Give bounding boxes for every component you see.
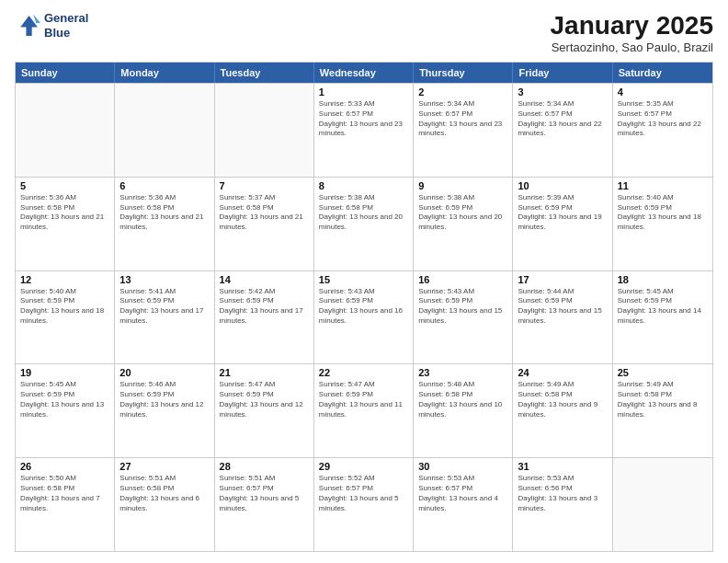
header: General Blue January 2025 Sertaozinho, S… [15,11,713,54]
calendar-cell: 8Sunrise: 5:38 AM Sunset: 6:58 PM Daylig… [314,178,414,270]
cell-info: Sunrise: 5:34 AM Sunset: 6:57 PM Dayligh… [418,99,507,139]
calendar-cell: 21Sunrise: 5:47 AM Sunset: 6:59 PM Dayli… [215,364,314,457]
calendar-cell: 13Sunrise: 5:41 AM Sunset: 6:59 PM Dayli… [115,271,214,364]
calendar-row-4: 19Sunrise: 5:45 AM Sunset: 6:59 PM Dayli… [16,363,712,457]
day-number: 5 [20,180,109,191]
calendar-cell: 2Sunrise: 5:34 AM Sunset: 6:57 PM Daylig… [414,84,513,177]
day-number: 24 [518,367,607,378]
cell-info: Sunrise: 5:35 AM Sunset: 6:57 PM Dayligh… [618,99,708,139]
logo-icon [15,13,40,39]
title-section: January 2025 Sertaozinho, Sao Paulo, Bra… [551,11,713,54]
day-number: 29 [319,461,408,472]
day-number: 10 [518,180,607,191]
cell-info: Sunrise: 5:53 AM Sunset: 6:56 PM Dayligh… [518,474,607,513]
calendar-cell: 6Sunrise: 5:36 AM Sunset: 6:58 PM Daylig… [115,178,214,270]
location: Sertaozinho, Sao Paulo, Brazil [551,40,713,54]
day-number: 19 [20,367,109,378]
calendar-cell: 24Sunrise: 5:49 AM Sunset: 6:58 PM Dayli… [513,364,612,457]
day-number: 31 [518,461,607,472]
calendar-cell: 4Sunrise: 5:35 AM Sunset: 6:57 PM Daylig… [613,84,712,177]
calendar-cell: 17Sunrise: 5:44 AM Sunset: 6:59 PM Dayli… [513,271,612,364]
day-number: 16 [418,274,507,285]
day-number: 18 [618,274,708,285]
calendar-cell: 19Sunrise: 5:45 AM Sunset: 6:59 PM Dayli… [16,364,115,457]
cell-info: Sunrise: 5:48 AM Sunset: 6:58 PM Dayligh… [418,380,507,419]
cell-info: Sunrise: 5:43 AM Sunset: 6:59 PM Dayligh… [319,287,408,327]
day-number: 26 [20,461,109,472]
calendar-cell: 9Sunrise: 5:38 AM Sunset: 6:59 PM Daylig… [414,178,513,270]
day-number: 21 [220,367,309,378]
cell-info: Sunrise: 5:53 AM Sunset: 6:57 PM Dayligh… [418,474,507,513]
day-header-sunday: Sunday [16,63,115,83]
day-number: 17 [518,274,607,285]
day-header-thursday: Thursday [414,63,513,83]
calendar-cell: 7Sunrise: 5:37 AM Sunset: 6:58 PM Daylig… [215,178,314,270]
day-header-saturday: Saturday [613,63,712,83]
calendar-cell: 28Sunrise: 5:51 AM Sunset: 6:57 PM Dayli… [215,458,314,551]
page: General Blue January 2025 Sertaozinho, S… [0,0,728,563]
calendar-cell: 25Sunrise: 5:49 AM Sunset: 6:58 PM Dayli… [613,364,712,457]
calendar-cell: 1Sunrise: 5:33 AM Sunset: 6:57 PM Daylig… [314,84,414,177]
day-number: 8 [319,180,408,191]
calendar-row-1: 1Sunrise: 5:33 AM Sunset: 6:57 PM Daylig… [16,83,712,177]
calendar-cell: 10Sunrise: 5:39 AM Sunset: 6:59 PM Dayli… [513,178,612,270]
cell-info: Sunrise: 5:38 AM Sunset: 6:58 PM Dayligh… [319,193,408,233]
cell-info: Sunrise: 5:38 AM Sunset: 6:59 PM Dayligh… [418,193,507,233]
day-number: 3 [518,86,607,98]
day-number: 12 [20,274,109,285]
day-number: 25 [618,367,708,378]
day-number: 6 [119,180,209,191]
svg-marker-1 [33,14,40,22]
month-title: January 2025 [551,11,713,40]
day-number: 15 [319,274,408,285]
cell-info: Sunrise: 5:51 AM Sunset: 6:58 PM Dayligh… [119,474,209,513]
cell-info: Sunrise: 5:49 AM Sunset: 6:58 PM Dayligh… [618,380,708,419]
cell-info: Sunrise: 5:37 AM Sunset: 6:58 PM Dayligh… [220,193,309,233]
cell-info: Sunrise: 5:41 AM Sunset: 6:59 PM Dayligh… [119,287,209,327]
logo: General Blue [15,11,88,40]
calendar-cell: 18Sunrise: 5:45 AM Sunset: 6:59 PM Dayli… [613,271,712,364]
cell-info: Sunrise: 5:45 AM Sunset: 6:59 PM Dayligh… [20,380,109,419]
calendar-header: SundayMondayTuesdayWednesdayThursdayFrid… [16,63,712,83]
cell-info: Sunrise: 5:47 AM Sunset: 6:59 PM Dayligh… [319,380,408,419]
calendar-cell: 30Sunrise: 5:53 AM Sunset: 6:57 PM Dayli… [414,458,513,551]
day-number: 22 [319,367,408,378]
cell-info: Sunrise: 5:42 AM Sunset: 6:59 PM Dayligh… [220,287,309,327]
day-number: 14 [220,274,309,285]
calendar-row-5: 26Sunrise: 5:50 AM Sunset: 6:58 PM Dayli… [16,457,712,551]
cell-info: Sunrise: 5:49 AM Sunset: 6:58 PM Dayligh… [518,380,607,419]
cell-info: Sunrise: 5:50 AM Sunset: 6:58 PM Dayligh… [20,474,109,513]
day-number: 4 [618,86,708,98]
calendar-cell: 31Sunrise: 5:53 AM Sunset: 6:56 PM Dayli… [513,458,612,551]
calendar-cell: 22Sunrise: 5:47 AM Sunset: 6:59 PM Dayli… [314,364,414,457]
day-number: 7 [220,180,309,191]
calendar-row-3: 12Sunrise: 5:40 AM Sunset: 6:59 PM Dayli… [16,270,712,364]
calendar-cell [215,84,314,177]
calendar-cell: 3Sunrise: 5:34 AM Sunset: 6:57 PM Daylig… [513,84,612,177]
day-number: 1 [319,86,408,98]
cell-info: Sunrise: 5:40 AM Sunset: 6:59 PM Dayligh… [20,287,109,327]
cell-info: Sunrise: 5:33 AM Sunset: 6:57 PM Dayligh… [319,99,408,139]
day-number: 13 [119,274,209,285]
calendar-cell: 5Sunrise: 5:36 AM Sunset: 6:58 PM Daylig… [16,178,115,270]
calendar-cell: 16Sunrise: 5:43 AM Sunset: 6:59 PM Dayli… [414,271,513,364]
calendar: SundayMondayTuesdayWednesdayThursdayFrid… [15,62,713,552]
cell-info: Sunrise: 5:36 AM Sunset: 6:58 PM Dayligh… [20,193,109,233]
day-number: 23 [418,367,507,378]
cell-info: Sunrise: 5:36 AM Sunset: 6:58 PM Dayligh… [119,193,209,233]
cell-info: Sunrise: 5:44 AM Sunset: 6:59 PM Dayligh… [518,287,607,327]
calendar-cell [16,84,115,177]
day-number: 9 [418,180,507,191]
day-number: 30 [418,461,507,472]
calendar-cell: 29Sunrise: 5:52 AM Sunset: 6:57 PM Dayli… [314,458,414,551]
calendar-row-2: 5Sunrise: 5:36 AM Sunset: 6:58 PM Daylig… [16,177,712,270]
cell-info: Sunrise: 5:47 AM Sunset: 6:59 PM Dayligh… [220,380,309,419]
calendar-cell: 12Sunrise: 5:40 AM Sunset: 6:59 PM Dayli… [16,271,115,364]
day-number: 2 [418,86,507,98]
calendar-cell: 26Sunrise: 5:50 AM Sunset: 6:58 PM Dayli… [16,458,115,551]
calendar-cell: 20Sunrise: 5:46 AM Sunset: 6:59 PM Dayli… [115,364,214,457]
calendar-cell [613,458,712,551]
day-header-tuesday: Tuesday [215,63,314,83]
calendar-cell: 23Sunrise: 5:48 AM Sunset: 6:58 PM Dayli… [414,364,513,457]
day-number: 28 [220,461,309,472]
